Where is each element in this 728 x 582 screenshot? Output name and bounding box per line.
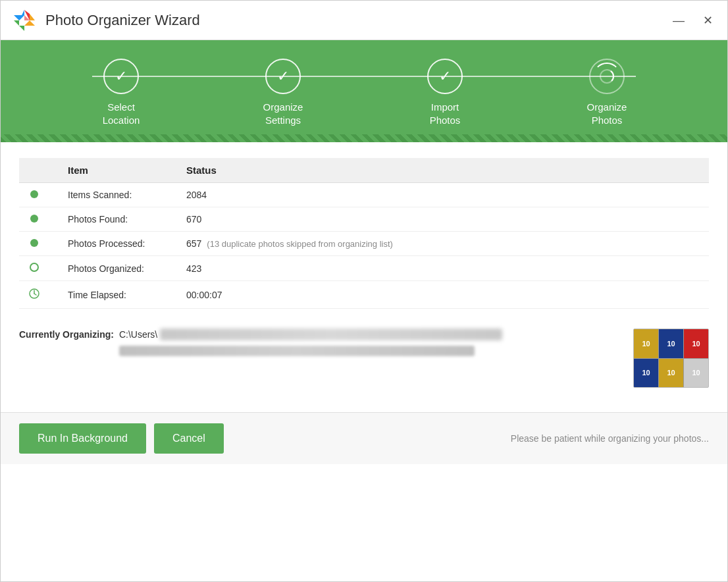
status-dot-icon (30, 239, 38, 247)
minimize-button[interactable]: — (669, 13, 689, 28)
step-label-import-photos: ImportPhotos (430, 101, 461, 126)
cancel-button[interactable]: Cancel (154, 423, 224, 454)
organizing-path: C:\Users\ (119, 329, 157, 340)
row-value-cell: 423 (177, 256, 709, 281)
check-icon-2: ✓ (277, 68, 289, 85)
row-label-cell: Photos Processed: (59, 232, 177, 256)
title-bar: Photo Organizer Wizard — ✕ (1, 1, 727, 40)
step-label-organize-photos: OrganizePhotos (587, 101, 627, 126)
timer-icon (28, 288, 40, 300)
table-row: Photos Processed:657(13 duplicate photos… (19, 232, 709, 256)
row-value-cell: 00:00:07 (177, 281, 709, 309)
row-value: 2084 (186, 190, 207, 200)
main-content: Item Status Items Scanned:2084Photos Fou… (1, 142, 727, 411)
check-icon-3: ✓ (439, 68, 451, 85)
col-item-header: Item (59, 158, 177, 183)
svg-line-3 (34, 294, 36, 295)
row-value: 670 (186, 214, 201, 225)
organizing-row-path: Currently Organizing: C:\Users\ (19, 329, 620, 340)
table-row: Photos Organized:423 (19, 256, 709, 281)
check-icon: ✓ (115, 68, 127, 85)
row-icon-cell (19, 232, 40, 256)
row-icon-cell (19, 207, 40, 232)
spacer-cell (40, 232, 59, 256)
steps-banner: ✓ SelectLocation ✓ OrganizeSettings ✓ Im… (1, 40, 727, 142)
app-logo (11, 7, 38, 34)
spacer-cell (40, 281, 59, 309)
row-icon-cell (19, 281, 40, 309)
col-icon-header (19, 158, 59, 183)
row-note: (13 duplicate photos skipped from organi… (207, 239, 393, 249)
table-row: Photos Found:670 (19, 207, 709, 232)
table-header-row: Item Status (19, 158, 709, 183)
photo-thumbnail: 101010101010 (633, 329, 709, 388)
window-controls: — ✕ (669, 13, 717, 28)
row-value: 423 (186, 263, 201, 274)
step-circle-organize-photos (589, 59, 625, 94)
spacer-cell (40, 183, 59, 207)
step-circle-select-location: ✓ (103, 59, 139, 94)
row-value-cell: 657(13 duplicate photos skipped from org… (177, 232, 709, 256)
row-value: 657 (186, 238, 201, 249)
step-label-select-location: SelectLocation (103, 101, 140, 126)
app-title: Photo Organizer Wizard (45, 12, 669, 29)
svg-point-0 (600, 70, 613, 83)
thumbnail-cell: 10 (684, 359, 708, 388)
col-status-header: Status (177, 158, 709, 183)
step-organize-photos: OrganizePhotos (526, 59, 688, 126)
spacer-cell (40, 256, 59, 281)
thumbnail-grid: 101010101010 (634, 329, 708, 387)
thumbnail-cell: 10 (634, 359, 658, 388)
status-ring-icon (30, 263, 39, 272)
status-message: Please be patient while organizing your … (232, 433, 709, 444)
status-dot-icon (30, 215, 38, 223)
row-icon-cell (19, 183, 40, 207)
organizing-left: Currently Organizing: C:\Users\ (19, 329, 620, 361)
status-dot-icon (30, 190, 38, 198)
organizing-label: Currently Organizing: (19, 329, 114, 340)
row-value-cell: 2084 (177, 183, 709, 207)
close-button[interactable]: ✕ (699, 13, 717, 28)
steps-row: ✓ SelectLocation ✓ OrganizeSettings ✓ Im… (40, 59, 688, 126)
step-organize-settings: ✓ OrganizeSettings (202, 59, 364, 126)
status-table: Item Status Items Scanned:2084Photos Fou… (19, 158, 709, 309)
step-select-location: ✓ SelectLocation (40, 59, 202, 126)
thumbnail-cell: 10 (634, 329, 658, 358)
thumbnail-cell: 10 (684, 329, 708, 358)
table-row: Items Scanned:2084 (19, 183, 709, 207)
run-in-background-button[interactable]: Run In Background (19, 423, 146, 454)
step-import-photos: ✓ ImportPhotos (364, 59, 526, 126)
thumbnail-cell: 10 (659, 359, 683, 388)
step-label-organize-settings: OrganizeSettings (263, 101, 303, 126)
spinner-icon (598, 67, 616, 86)
row-label-cell: Items Scanned: (59, 183, 177, 207)
step-circle-organize-settings: ✓ (265, 59, 301, 94)
step-circle-import-photos: ✓ (427, 59, 463, 94)
row-label-cell: Time Elapsed: (59, 281, 177, 309)
row-value-cell: 670 (177, 207, 709, 232)
row-icon-cell (19, 256, 40, 281)
table-row: Time Elapsed:00:00:07 (19, 281, 709, 309)
organizing-row-subpath (19, 346, 620, 356)
row-value: 00:00:07 (186, 290, 222, 300)
organizing-subpath-blurred (119, 346, 475, 356)
spacer-cell (40, 207, 59, 232)
row-label-cell: Photos Organized: (59, 256, 177, 281)
organizing-section: Currently Organizing: C:\Users\ 10101010… (19, 322, 709, 401)
bottom-bar: Run In Background Cancel Please be patie… (1, 412, 727, 464)
organizing-path-blurred (160, 329, 502, 340)
row-label-cell: Photos Found: (59, 207, 177, 232)
thumbnail-cell: 10 (659, 329, 683, 358)
